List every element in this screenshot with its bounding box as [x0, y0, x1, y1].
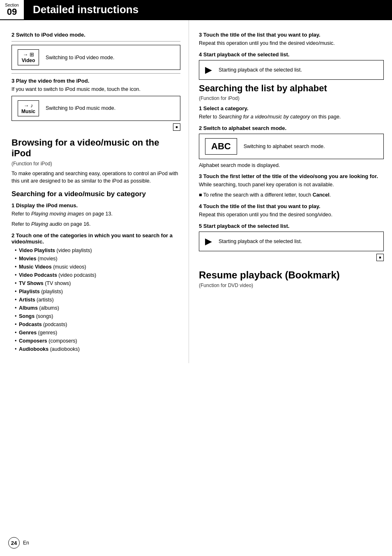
step3-play-video-body: If you want to switch to iPod music mode… — [12, 86, 180, 93]
music-icon-label: Music — [21, 109, 35, 114]
alpha-step4-body: Repeat this operation until you find the… — [199, 211, 384, 219]
music-icon-arrow: → ♪ — [23, 102, 33, 109]
search-step2-heading: 2 Touch one of the categories in which y… — [12, 232, 180, 245]
search-step1-body1: Refer to Playing moving images on page 1… — [12, 210, 180, 218]
list-item: Video Playlists (video playlists) — [15, 246, 180, 255]
music-switch-text: Switching to iPod music mode. — [46, 105, 115, 111]
alpha-step5-heading: 5 Start playback of the selected list. — [199, 223, 384, 229]
list-item: TV Shows (TV shows) — [15, 279, 180, 287]
page-number: 24 — [8, 537, 20, 549]
video-icon-box: → ⊞ Video Switching to iPod video mode. — [12, 45, 180, 70]
search-step1-heading: 1 Display the iPod menus. — [12, 202, 180, 208]
left-column: 2 Switch to iPod video mode. → ⊞ Video S… — [0, 20, 189, 363]
main-content: 2 Switch to iPod video mode. → ⊞ Video S… — [0, 20, 392, 363]
play-triangle-icon-1: ▶ — [205, 65, 212, 75]
abc-icon: ABC — [211, 141, 231, 152]
resume-title: Resume playback (Bookmark) — [199, 269, 384, 281]
search-step1-body2: Refer to Playing audio on page 16. — [12, 220, 180, 228]
browse-function-note: (Function for iPod) — [12, 161, 180, 167]
alpha-step4-heading: 4 Touch the title of the list that you w… — [199, 203, 384, 209]
divider-2 — [12, 73, 180, 74]
corner-square-1: ■ — [12, 123, 180, 131]
list-item: Video Podcasts (video podcasts) — [15, 271, 180, 279]
step3-play-video-heading: 3 Play the video from the iPod. — [12, 78, 180, 84]
resume-note: (Function for DVD video) — [199, 283, 384, 288]
footer: 24 En — [8, 537, 29, 549]
play-text-1: Starting playback of the selected list. — [219, 67, 302, 73]
right-column: 3 Touch the title of the list that you w… — [189, 20, 392, 363]
browse-section-title: Browsing for a video/music on the iPod — [12, 137, 180, 159]
video-icon-arrow: → ⊞ — [23, 51, 34, 58]
right-step3-heading: 3 Touch the title of the list that you w… — [199, 32, 384, 38]
divider-1 — [12, 41, 180, 42]
categories-list: Video Playlists (video playlists) Movies… — [12, 246, 180, 353]
video-switch-text: Switching to iPod video mode. — [46, 55, 114, 60]
list-item: Movies (movies) — [15, 255, 180, 263]
alpha-mode-text: Alphabet search mode is displayed. — [199, 162, 384, 169]
alpha-step2-heading: 2 Switch to alphabet search mode. — [199, 125, 384, 131]
alpha-step3-bullet: To refine the search with a different le… — [199, 191, 384, 199]
step2-switch-video-heading: 2 Switch to iPod video mode. — [12, 32, 180, 38]
list-item: Albums (albums) — [15, 304, 180, 312]
alpha-step3-body: While searching, touch panel key operati… — [199, 181, 384, 189]
alpha-step3-heading: 3 Touch the first letter of the title of… — [199, 173, 384, 179]
list-item: Audiobooks (audiobooks) — [15, 345, 180, 353]
play-row-2: ▶ Starting playback of the selected list… — [199, 232, 384, 251]
corner-square-2: ■ — [199, 254, 384, 261]
corner-sq-icon-1: ■ — [173, 123, 180, 131]
play-row-1: ▶ Starting playback of the selected list… — [199, 60, 384, 80]
alpha-step1-body: Refer to Searching for a video/music by … — [199, 113, 384, 121]
list-item: Music Videos (music videos) — [15, 263, 180, 271]
right-step3-body: Repeat this operation until you find the… — [199, 39, 384, 47]
list-item: Songs (songs) — [15, 312, 180, 320]
search-alpha-note: (Function for iPod) — [199, 95, 384, 101]
page-header: Section 09 Detailed instructions — [0, 0, 392, 20]
section-box: Section 09 — [0, 0, 25, 19]
play-triangle-icon-2: ▶ — [205, 236, 212, 247]
video-icon-label: Video — [22, 58, 35, 63]
footer-language: En — [23, 540, 29, 546]
abc-desc: Switching to alphabet search mode. — [244, 144, 325, 149]
browse-body: To make operating and searching easy, op… — [12, 170, 180, 185]
list-item: Playlists (playlists) — [15, 287, 180, 296]
list-item: Genres (genres) — [15, 329, 180, 337]
music-icon-box: → ♪ Music Switching to iPod music mode. — [12, 96, 180, 121]
section-number: 09 — [7, 7, 17, 16]
search-alpha-title: Searching the list by alphabet — [199, 83, 384, 94]
list-item: Composers (composers) — [15, 337, 180, 345]
right-step4-heading: 4 Start playback of the selected list. — [199, 51, 384, 58]
page-title: Detailed instructions — [25, 0, 392, 19]
search-category-title: Searching for a video/music by category — [12, 190, 180, 198]
list-item: Podcasts (podcasts) — [15, 320, 180, 329]
alpha-step1-heading: 1 Select a category. — [199, 105, 384, 111]
play-text-2: Starting playback of the selected list. — [219, 239, 302, 244]
abc-row: ABC Switching to alphabet search mode. — [199, 134, 384, 159]
corner-sq-icon-2: ■ — [376, 254, 384, 261]
list-item: Artists (artists) — [15, 296, 180, 304]
